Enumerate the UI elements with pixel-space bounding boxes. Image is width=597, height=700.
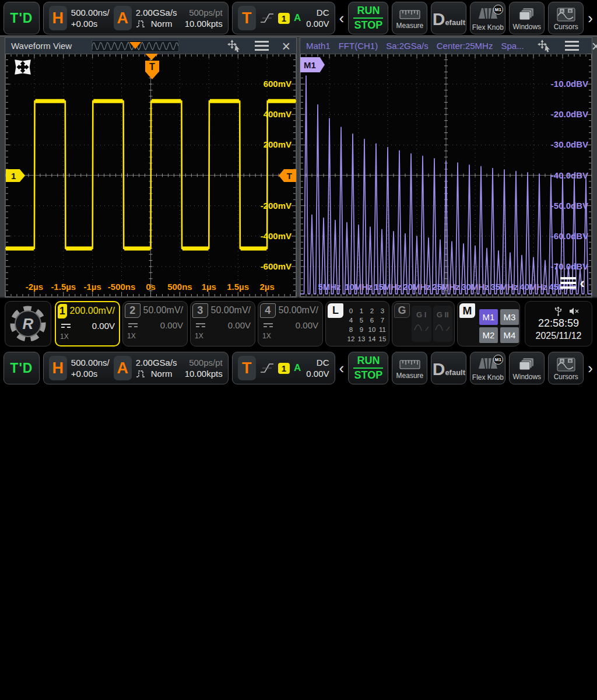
fft-graticule[interactable]: -10.0dBV-20.0dBV-30.0dBV-40.0dBV-50.0dBV… xyxy=(300,54,592,297)
default-button[interactable]: Default xyxy=(431,2,466,34)
generator-badge: G xyxy=(394,303,410,318)
generator-tile[interactable]: G G I G II xyxy=(392,301,455,346)
channel2-scale-value: 50.00mV/ xyxy=(143,305,183,316)
panel-close-icon[interactable]: × xyxy=(592,40,597,52)
svg-text:-400mV: -400mV xyxy=(261,231,292,241)
math3-button[interactable]: M3 xyxy=(500,309,519,325)
svg-text:R: R xyxy=(23,315,34,332)
channel1-tile[interactable]: 1 200.00mV/ 0.00V 1X xyxy=(55,301,120,346)
trigger-icon[interactable]: T xyxy=(238,356,256,380)
measure-button[interactable]: Measure xyxy=(392,2,427,34)
memory-depth-value: 10.00kpts xyxy=(185,369,223,379)
waveform-panel-header[interactable]: Waveform View × xyxy=(5,38,296,54)
trigger-level-value: 0.00V xyxy=(306,19,329,29)
panel-close-icon[interactable]: × xyxy=(282,40,290,52)
channel1-scale-value: 200.00mV/ xyxy=(70,306,115,316)
svg-text:-60.0dBV: -60.0dBV xyxy=(551,231,588,241)
windows-button[interactable]: Windows xyxy=(509,2,545,34)
preview-trigger-icon xyxy=(128,41,142,50)
svg-text:500ns: 500ns xyxy=(167,282,192,292)
windows-button[interactable]: Windows xyxy=(509,352,545,384)
toolbar-scroll-right-icon[interactable]: › xyxy=(587,9,594,27)
channel2-tile[interactable]: 2 50.00mV/ 0.00V 1X xyxy=(122,301,188,346)
rising-edge-icon xyxy=(260,12,274,24)
expand-icon[interactable] xyxy=(15,60,31,75)
sample-interval-value: 500ps/pt xyxy=(189,358,223,368)
math-tile[interactable]: M M1 M3 M2 M4 xyxy=(457,301,520,346)
run-stop-button[interactable]: RUN STOP xyxy=(348,2,388,34)
svg-text:-200mV: -200mV xyxy=(261,201,292,211)
acquire-icon[interactable]: A xyxy=(114,6,132,30)
trigger-ab-label: A xyxy=(294,12,301,24)
math1-button[interactable]: M1 xyxy=(479,309,498,325)
default-button[interactable]: Default xyxy=(431,352,466,384)
math2-button[interactable]: M2 xyxy=(479,327,498,343)
usb-icon xyxy=(554,306,562,316)
ruler-icon xyxy=(399,9,420,20)
trigger-ab-label: A xyxy=(294,362,301,374)
oscilloscope-screen-1: T'D H 500.00ns/ +0.00s A 2.00GSa/s Norm … xyxy=(0,0,597,350)
trigger-group[interactable]: T 1 A DC 0.00V xyxy=(232,352,335,384)
flex-knob-button[interactable]: M1 Flex Knob xyxy=(470,352,505,384)
horizontal-acquire-group[interactable]: H 500.00ns/ +0.00s A 2.00GSa/s Norm 500p… xyxy=(43,2,229,34)
waveform-graticule[interactable]: 600mV400mV200mV-200mV-400mV-600mV-2µs-1.… xyxy=(5,54,296,297)
trigger-group[interactable]: T 1 A DC 0.00V xyxy=(232,2,335,34)
knob-icon: M1 xyxy=(478,7,498,22)
horizontal-acquire-group[interactable]: H 500.00ns/ +0.00s A 2.00GSa/s Norm 500p… xyxy=(43,352,229,384)
svg-text:A: A xyxy=(561,359,563,363)
horizontal-icon[interactable]: H xyxy=(49,6,67,30)
flex-knob-button[interactable]: M1 Flex Knob xyxy=(470,2,505,34)
trigger-position-triangle[interactable] xyxy=(145,54,158,60)
knob-icon: M1 xyxy=(478,357,498,372)
results-collapse-control[interactable]: ‹ xyxy=(560,275,585,291)
channel4-tile[interactable]: 4 50.00mV/ 0.00V 1X xyxy=(258,301,323,346)
flex-knob-label: Flex Knob xyxy=(472,24,504,31)
fft-panel-header[interactable]: Math1FFT(CH1)Sa:2GSa/sCenter:25MHzSpa...… xyxy=(300,38,592,54)
svg-text:-30.0dBV: -30.0dBV xyxy=(551,139,588,149)
panel-menu-icon[interactable] xyxy=(255,41,269,51)
toolbar-scroll-right-icon[interactable]: › xyxy=(587,359,594,377)
knob-m1-badge: M1 xyxy=(493,5,503,15)
move-window-icon[interactable] xyxy=(227,40,242,52)
cursors-button[interactable]: A B Cursors xyxy=(548,352,584,384)
toolbar-scroll-left-icon[interactable]: ‹ xyxy=(339,359,345,377)
measure-label: Measure xyxy=(396,22,424,29)
svg-text:A: A xyxy=(561,9,563,13)
math4-button[interactable]: M4 xyxy=(500,327,519,343)
knob-m1-badge: M1 xyxy=(493,355,503,365)
rigol-gear-icon: R xyxy=(9,304,47,343)
sample-rate-value: 2.00GSa/s xyxy=(136,358,177,368)
toolbar-scroll-left-icon[interactable]: ‹ xyxy=(339,9,345,27)
oscilloscope-screen-2: T'D H 500.00ns/ +0.00s A 2.00GSa/s Norm … xyxy=(0,350,597,700)
channel2-probe-value: 1X xyxy=(127,332,183,340)
dc-coupling-icon xyxy=(264,323,273,327)
cursors-button[interactable]: A B Cursors xyxy=(548,2,584,34)
generator2-button[interactable]: G II xyxy=(433,306,453,342)
trigger-status-button[interactable]: T'D xyxy=(3,2,40,34)
generator1-button[interactable]: G I xyxy=(412,306,431,342)
trigger-status-button[interactable]: T'D xyxy=(3,352,40,384)
system-menu-button[interactable]: R xyxy=(5,301,51,346)
run-label: RUN xyxy=(353,355,383,369)
horizontal-icon[interactable]: H xyxy=(49,356,67,380)
logic-channels-tile[interactable]: L 0123 4567 891011 12131415 xyxy=(325,301,389,346)
display-area: Waveform View × 600mV400m xyxy=(0,36,597,298)
acquire-icon[interactable]: A xyxy=(114,356,132,380)
acquire-mode-value: Norm xyxy=(151,19,173,29)
svg-text:-50.0dBV: -50.0dBV xyxy=(551,201,588,211)
trigger-icon[interactable]: T xyxy=(238,6,256,30)
channel2-number-badge: 2 xyxy=(125,303,141,318)
run-stop-button[interactable]: RUN STOP xyxy=(348,352,388,384)
math1-marker[interactable]: M1 xyxy=(300,57,325,72)
logic-channel-grid: 0123 4567 891011 12131415 xyxy=(346,306,388,344)
measure-button[interactable]: Measure xyxy=(392,352,427,384)
rising-edge-icon xyxy=(260,362,274,374)
waveform-preview-strip[interactable] xyxy=(92,40,179,52)
panel-menu-icon[interactable] xyxy=(565,41,579,51)
move-window-icon[interactable] xyxy=(537,40,552,52)
channel3-tile[interactable]: 3 50.00mV/ 0.00V 1X xyxy=(190,301,255,346)
svg-text:-500ns: -500ns xyxy=(108,282,136,292)
collapse-left-icon: ‹ xyxy=(580,277,585,289)
clock-tile[interactable]: 22:58:59 2025/11/12 xyxy=(525,301,592,346)
top-toolbar: T'D H 500.00ns/ +0.00s A 2.00GSa/s Norm … xyxy=(3,352,594,384)
